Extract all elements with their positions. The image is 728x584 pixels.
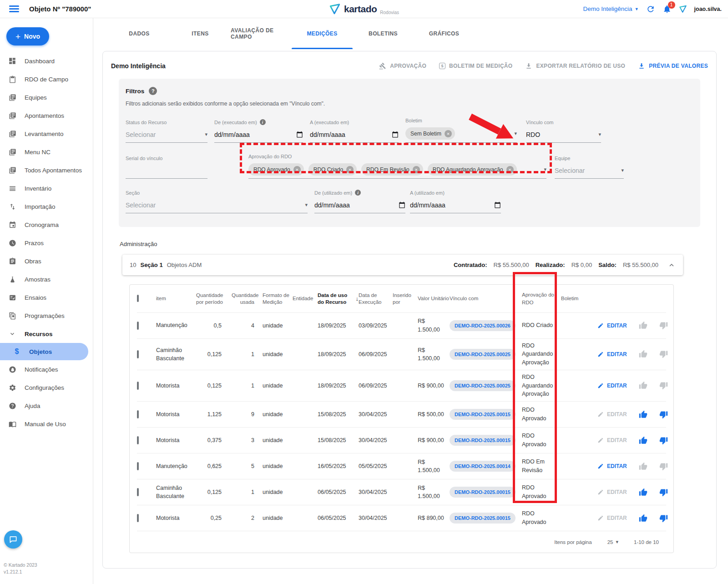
close-icon[interactable]: × [506, 166, 514, 173]
thumb-up-button[interactable] [639, 321, 647, 330]
a-utilizado-input[interactable]: dd/mm/aaaa [410, 200, 501, 213]
secao-select[interactable]: Selecionar ▾ [126, 200, 308, 213]
rdo-link-chip[interactable]: DEMO-RDO-2025.00015 [450, 487, 516, 498]
editar-button[interactable]: EDITAR [597, 437, 627, 443]
row-checkbox[interactable] [137, 410, 139, 418]
chat-bubble-button[interactable] [4, 530, 22, 549]
row-checkbox[interactable] [137, 350, 139, 358]
row-checkbox[interactable] [137, 488, 139, 496]
editar-button[interactable]: EDITAR [597, 515, 627, 521]
sidebar-item-amostras[interactable]: Amostras [0, 270, 93, 288]
row-checkbox[interactable] [137, 382, 139, 390]
section-header[interactable]: 10 Seção 1 Objetos ADM Contratado:R$ 55.… [122, 255, 683, 275]
boletim-select[interactable]: Sem Boletim × ▾ [405, 127, 517, 143]
thumb-down-button[interactable] [659, 410, 668, 419]
rdo-link-chip[interactable]: DEMO-RDO-2025.00015 [450, 513, 516, 524]
sidebar-item-equipes[interactable]: Equipes [0, 88, 93, 106]
thumb-up-button[interactable] [639, 381, 647, 390]
refresh-button[interactable] [646, 5, 655, 14]
row-checkbox[interactable] [137, 462, 139, 470]
thumb-up-button[interactable] [639, 350, 647, 358]
close-icon[interactable]: × [346, 166, 354, 173]
sidebar-item-menu-nc[interactable]: Menu NC [0, 143, 93, 161]
info-icon[interactable]: i [355, 190, 361, 196]
thumb-up-button[interactable] [639, 436, 647, 445]
new-button[interactable]: + Novo [6, 27, 49, 45]
tab-avaliacao-de-campo[interactable]: AVALIAÇÃO DE CAMPO [231, 18, 292, 49]
sidebar-item-ensaios[interactable]: Ensaios [0, 288, 93, 307]
de-utilizado-input[interactable]: dd/mm/aaaa [314, 200, 405, 213]
sidebar-item-inventario[interactable]: Inventário [0, 179, 93, 197]
thumb-up-button[interactable] [639, 488, 647, 497]
rdo-link-chip[interactable]: DEMO-RDO-2025.00015 [450, 409, 516, 420]
close-icon[interactable]: × [445, 130, 452, 137]
sidebar-item-levantamento[interactable]: Levantamento [0, 125, 93, 143]
status-recurso-select[interactable]: Selecionar ▾ [126, 129, 207, 143]
close-icon[interactable]: × [293, 166, 301, 173]
serial-vinculo-input[interactable] [126, 165, 207, 179]
thumb-up-button[interactable] [639, 410, 647, 419]
a-executado-input[interactable]: dd/mm/aaaa [310, 129, 399, 143]
sidebar-item-configuracoes[interactable]: Configurações [0, 378, 93, 397]
sidebar-item-programacoes[interactable]: Programações [0, 307, 93, 325]
row-checkbox[interactable] [137, 322, 139, 330]
aprovacao-button[interactable]: APROVAÇÃO [379, 62, 426, 70]
close-icon[interactable]: × [413, 166, 420, 173]
account-selector[interactable]: Demo Inteligência ▼ [583, 5, 639, 12]
tab-itens[interactable]: ITENS [170, 18, 231, 49]
thumb-down-button[interactable] [659, 488, 668, 497]
notifications-button[interactable]: 1 [662, 5, 672, 14]
tab-medicoes[interactable]: MEDIÇÕES [292, 18, 353, 49]
editar-button[interactable]: EDITAR [597, 411, 627, 418]
sidebar-item-apontamentos[interactable]: Apontamentos [0, 106, 93, 125]
editar-button[interactable]: EDITAR [597, 322, 627, 329]
sidebar-item-todos-apontamentos[interactable]: Todos Apontamentos [0, 161, 93, 179]
row-checkbox[interactable] [137, 436, 139, 444]
boletim-de-medicao-button[interactable]: $ BOLETIM DE MEDIÇÃO [439, 63, 512, 69]
thumb-up-button[interactable] [639, 514, 647, 523]
editar-button[interactable]: EDITAR [597, 489, 627, 495]
tab-boletins[interactable]: BOLETINS [353, 18, 414, 49]
select-all-checkbox[interactable] [137, 295, 139, 302]
thumb-up-button[interactable] [639, 462, 647, 471]
sidebar-item-manual-de-uso[interactable]: Manual de Uso [0, 415, 93, 433]
rdo-link-chip[interactable]: DEMO-RDO-2025.00026 [450, 320, 516, 331]
sidebar-item-obras[interactable]: Obras [0, 252, 93, 270]
chevron-up-icon[interactable] [667, 261, 676, 269]
sidebar-item-cronograma[interactable]: Cronograma [0, 216, 93, 234]
sidebar-item-notificacoes[interactable]: Notificações [0, 360, 93, 378]
sidebar-item-recursos[interactable]: Recursos [0, 325, 93, 343]
editar-button[interactable]: EDITAR [597, 383, 627, 389]
exportar-relatorio-button[interactable]: EXPORTAR RELATÓRIO DE USO [525, 62, 625, 70]
vinculo-com-select[interactable]: RDO ▾ [526, 129, 601, 143]
rdo-link-chip[interactable]: DEMO-RDO-2025.00014 [450, 461, 516, 472]
rdo-link-chip[interactable]: DEMO-RDO-2025.00015 [450, 435, 516, 446]
aprovacao-rdo-select[interactable]: RDO Aprovado × RDO Criado × RDO Em Revis… [248, 163, 546, 179]
editar-button[interactable]: EDITAR [597, 463, 627, 469]
items-per-page-select[interactable]: 25 ▾ [607, 539, 618, 545]
thumb-down-button[interactable] [659, 436, 668, 445]
sidebar-item-importacao[interactable]: Importação [0, 197, 93, 216]
sorted-column-header[interactable]: Data de uso do Recurso ↓ [318, 292, 359, 306]
tab-graficos[interactable]: GRÁFICOS [414, 18, 475, 49]
sidebar-item-prazos[interactable]: Prazos [0, 234, 93, 252]
editar-button[interactable]: EDITAR [597, 351, 627, 357]
info-icon[interactable]: i [260, 119, 266, 125]
de-executado-input[interactable]: dd/mm/aaaa [214, 129, 303, 143]
thumb-down-button[interactable] [659, 381, 668, 390]
thumb-down-button[interactable] [659, 462, 668, 471]
thumb-down-button[interactable] [659, 350, 668, 358]
menu-icon[interactable] [9, 4, 19, 14]
sidebar-item-objetos[interactable]: $ Objetos [0, 343, 88, 360]
row-checkbox[interactable] [137, 514, 139, 522]
sidebar-item-rdo-de-campo[interactable]: RDO de Campo [0, 70, 93, 88]
previa-de-valores-button[interactable]: PRÉVIA DE VALORES [638, 62, 708, 70]
help-icon[interactable]: ? [149, 87, 157, 95]
rdo-link-chip[interactable]: DEMO-RDO-2025.00025 [450, 380, 516, 391]
tab-dados[interactable]: DADOS [109, 18, 170, 49]
thumb-down-button[interactable] [659, 514, 668, 523]
sidebar-item-ajuda[interactable]: Ajuda [0, 397, 93, 415]
rdo-link-chip[interactable]: DEMO-RDO-2025.00025 [450, 349, 516, 360]
equipe-select[interactable]: Selecionar ▾ [555, 165, 624, 179]
sidebar-item-dashboard[interactable]: Dashboard [0, 52, 93, 70]
